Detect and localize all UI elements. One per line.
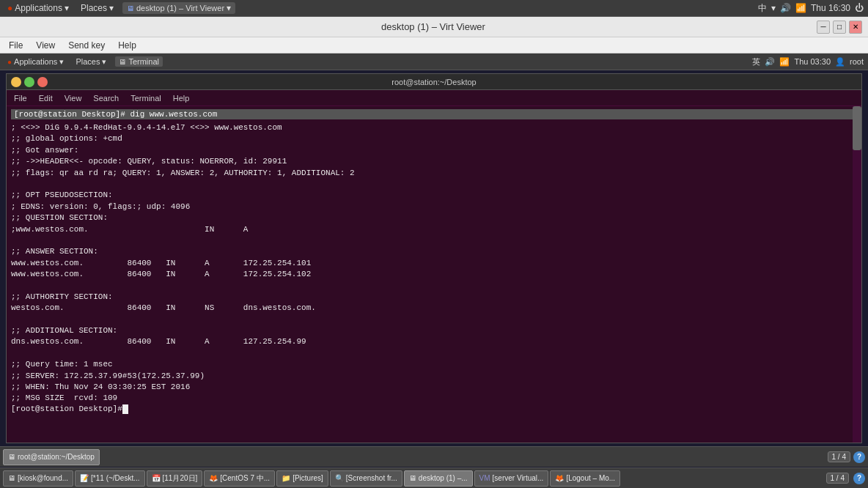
host-bottom-label-8: [Logout – Mo... [566, 474, 615, 482]
host-bottom-icon-0: 🖥 [8, 474, 15, 482]
terminal-close-button[interactable] [37, 77, 48, 87]
vm-terminal-icon: 🖥 [119, 58, 126, 66]
terminal-menu-file[interactable]: File [10, 92, 32, 104]
host-help-badge[interactable]: ? [853, 473, 865, 484]
terminal-menubar: File Edit View Search Terminal Help [7, 90, 861, 106]
terminal-titlebar: root@station:~/Desktop [7, 74, 861, 90]
host-bottom-item-8[interactable]: 🦊 [Logout – Mo... [550, 470, 620, 487]
terminal-command-line: [root@station Desktop]# dig www.westos.c… [11, 109, 857, 119]
terminal-menu-edit[interactable]: Edit [34, 92, 57, 104]
vm-user-label: root [850, 57, 864, 66]
vv-menu-help[interactable]: Help [112, 39, 142, 52]
vm-bottom-right: 1 / 4 ? [828, 451, 865, 463]
vm-applications-label: Applications [14, 57, 57, 66]
host-bottom-label-3: [CentOS 7 中... [220, 473, 270, 484]
host-bottom-item-1[interactable]: 📝 [*11 (~/Deskt... [75, 470, 144, 487]
vm-taskbar-left: ● Applications ▾ Places ▾ 🖥 Terminal [4, 56, 163, 67]
host-bottom-icon-8: 🦊 [555, 474, 564, 482]
terminal-menu-search[interactable]: Search [89, 92, 123, 104]
vm-applications-menu[interactable]: ● Applications ▾ [4, 56, 67, 67]
host-ime-indicator: 中 [758, 2, 767, 15]
host-taskbar-top-right: 中 ▾ 🔊 📶 Thu 16:30 ⏻ [758, 2, 864, 15]
vm-bottom-terminal-label: root@station:~/Desktop [18, 453, 95, 461]
host-ime-arrow: ▾ [771, 3, 776, 13]
virt-viewer-menubar: File View Send key Help [0, 37, 868, 53]
host-bottom-icon-3: 🦊 [209, 474, 218, 482]
host-bottom-icon-1: 📝 [80, 474, 89, 482]
vm-volume-icon: 🔊 [765, 57, 775, 67]
vm-page-counter: 1 / 4 [828, 451, 850, 462]
host-bottom-label-5: [Screenshot fr... [346, 474, 397, 482]
terminal-menu-help[interactable]: Help [169, 92, 194, 104]
host-applications-menu[interactable]: ● Applications ▾ [4, 2, 72, 14]
host-bottom-icon-7: VM [479, 474, 490, 482]
host-taskbar-bottom: 🖥 [kiosk@found... 📝 [*11 (~/Deskt... 📅 [… [0, 467, 868, 488]
terminal-title: root@station:~/Desktop [48, 78, 820, 86]
host-volume-icon: 🔊 [780, 3, 791, 13]
terminal-cursor [122, 404, 128, 414]
host-bottom-item-0[interactable]: 🖥 [kiosk@found... [3, 470, 73, 487]
host-bottom-item-6[interactable]: 🖥 desktop (1) –... [404, 470, 473, 487]
host-places-menu[interactable]: Places ▾ [78, 2, 117, 14]
vm-terminal-label: Terminal [128, 57, 159, 66]
terminal-body[interactable]: [root@station Desktop]# dig www.westos.c… [7, 106, 861, 443]
vm-places-arrow: ▾ [102, 57, 106, 67]
host-bottom-icon-6: 🖥 [409, 474, 416, 482]
host-bottom-label-1: [*11 (~/Deskt... [91, 474, 139, 482]
host-power-icon: ⏻ [855, 3, 864, 13]
vm-bottom-terminal-icon: 🖥 [8, 453, 15, 461]
host-bottom-item-5[interactable]: 🔍 [Screenshot fr... [330, 470, 402, 487]
host-bottom-item-7[interactable]: VM [server Virtual... [474, 470, 549, 487]
host-bottom-icon-4: 📁 [282, 474, 290, 482]
host-bottom-icon-2: 📅 [152, 474, 161, 482]
vv-menu-view[interactable]: View [30, 39, 61, 52]
vm-terminal-tab[interactable]: 🖥 Terminal [115, 56, 163, 67]
terminal-scrollbar-thumb[interactable] [853, 106, 861, 150]
vm-applications-arrow: ▾ [59, 57, 64, 67]
vm-time: Thu 03:30 [794, 57, 831, 66]
virt-viewer-close-button[interactable]: ✕ [849, 21, 862, 34]
host-window-arrow: ▾ [227, 3, 231, 13]
vm-bottom-terminal-item[interactable]: 🖥 root@station:~/Desktop [3, 449, 100, 465]
host-bottom-icon-5: 🔍 [335, 474, 344, 482]
host-places-label: Places [81, 3, 107, 13]
terminal-maximize-button[interactable] [24, 77, 34, 87]
vv-menu-file[interactable]: File [3, 39, 29, 52]
vm-taskbar-top: ● Applications ▾ Places ▾ 🖥 Terminal 英 🔊… [0, 53, 868, 70]
vm-places-menu[interactable]: Places ▾ [73, 56, 109, 67]
vm-user-icon: 👤 [835, 57, 845, 67]
terminal-minimize-button[interactable] [11, 77, 21, 87]
terminal-scrollbar[interactable] [853, 106, 861, 443]
vm-display-area: ● Applications ▾ Places ▾ 🖥 Terminal 英 🔊… [0, 53, 868, 467]
virt-viewer-window-controls: ─ □ ✕ [817, 21, 862, 34]
vm-bottom-taskbar: 🖥 root@station:~/Desktop 1 / 4 ? [0, 446, 868, 467]
host-applications-arrow: ▾ [65, 3, 69, 13]
host-page-counter: 1 / 4 [826, 473, 849, 484]
host-bottom-label-6: desktop (1) –... [419, 474, 468, 482]
terminal-menu-view[interactable]: View [60, 92, 87, 104]
terminal-prompt-text: [root@station Desktop]# [11, 404, 122, 413]
vm-help-badge[interactable]: ? [853, 451, 865, 463]
terminal-window: root@station:~/Desktop File Edit View Se… [6, 73, 862, 443]
vm-network-icon: 📶 [779, 57, 790, 67]
terminal-prompt: [root@station Desktop]# [11, 404, 857, 414]
host-time: Thu 16:30 [811, 3, 850, 13]
terminal-window-buttons [11, 77, 48, 87]
vv-menu-sendkey[interactable]: Send key [62, 39, 111, 52]
host-applications-label: Applications [15, 3, 62, 13]
terminal-output: ; <<>> DiG 9.9.4-RedHat-9.9.4-14.el7 <<>… [11, 122, 857, 404]
virt-viewer-maximize-button[interactable]: □ [833, 21, 846, 34]
vm-input-indicator: 英 [752, 56, 760, 67]
vm-places-label: Places [76, 57, 100, 66]
virt-viewer-title: desktop (1) – Virt Viewer [50, 21, 817, 32]
virt-viewer-minimize-button[interactable]: ─ [817, 21, 830, 34]
host-window-tab[interactable]: 🖥 desktop (1) – Virt Viewer ▾ [122, 2, 235, 14]
host-bottom-item-4[interactable]: 📁 [Pictures] [276, 470, 328, 487]
virt-viewer-titlebar: desktop (1) – Virt Viewer ─ □ ✕ [0, 17, 868, 37]
host-bottom-item-2[interactable]: 📅 [11月20日] [147, 470, 203, 487]
vm-taskbar-right: 英 🔊 📶 Thu 03:30 👤 root [752, 56, 864, 67]
host-bottom-item-3[interactable]: 🦊 [CentOS 7 中... [204, 470, 275, 487]
host-bottom-right: 1 / 4 ? [826, 473, 865, 484]
host-bottom-label-2: [11月20日] [163, 473, 198, 484]
terminal-menu-terminal[interactable]: Terminal [126, 92, 166, 104]
